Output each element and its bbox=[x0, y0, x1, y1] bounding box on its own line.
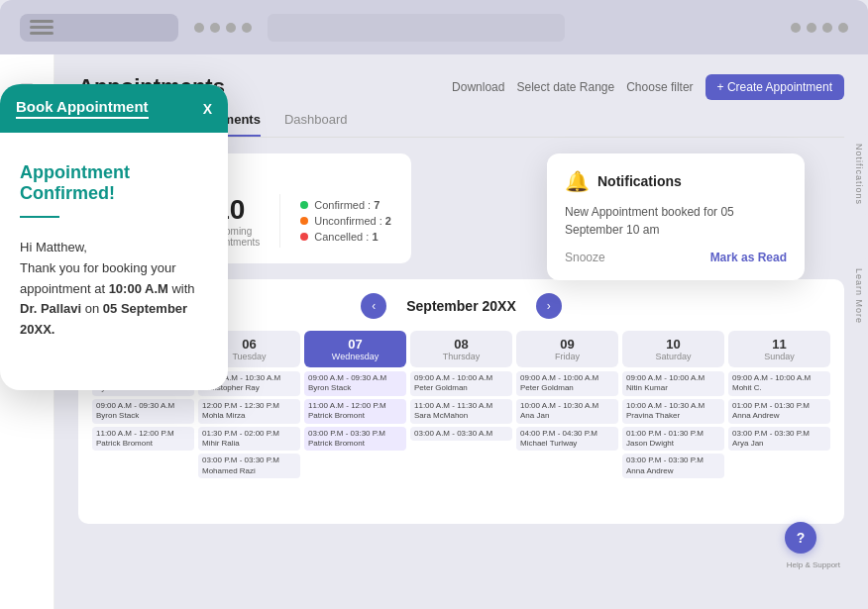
bell-icon: 🔔 bbox=[565, 169, 590, 193]
notification-footer: Snooze Mark as Read bbox=[565, 251, 787, 264]
cal-day-11: 11 Sunday bbox=[728, 331, 830, 367]
cal-appt[interactable]: 11:00 A.M - 11:30 A.MSara McMahon bbox=[410, 399, 512, 424]
cal-appt[interactable]: 09:00 A.M - 10:00 A.MMohit C. bbox=[728, 371, 830, 396]
mark-read-button[interactable]: Mark as Read bbox=[710, 251, 787, 264]
phone-message: Hi Matthew, Thank you for booking your a… bbox=[20, 238, 208, 341]
unconfirmed-item: Unconfirmed : 2 bbox=[300, 215, 391, 227]
confirmed-dot bbox=[300, 201, 308, 209]
cancelled-item: Cancelled : 1 bbox=[300, 231, 391, 243]
cal-appt[interactable]: 03:00 P.M - 03:30 P.MArya Jan bbox=[728, 427, 830, 452]
download-link[interactable]: Download bbox=[452, 80, 504, 94]
unconfirmed-label: Unconfirmed : 2 bbox=[314, 215, 391, 227]
help-label: Help & Support bbox=[787, 560, 840, 569]
cancelled-dot bbox=[300, 233, 308, 241]
browser-nav bbox=[20, 14, 178, 42]
nav-lines-icon bbox=[30, 20, 54, 35]
browser-chrome bbox=[0, 0, 868, 54]
cal-appt[interactable]: 10:00 A.M - 10:30 A.MAna Jan bbox=[516, 399, 618, 424]
header-actions: Download Select date Range Choose filter… bbox=[452, 74, 844, 100]
snooze-button[interactable]: Snooze bbox=[565, 251, 605, 264]
help-button[interactable]: ? bbox=[785, 522, 816, 554]
confirmed-list: Confirmed : 7 Unconfirmed : 2 Cancelled … bbox=[300, 194, 391, 248]
calendar-next-button[interactable]: › bbox=[536, 293, 562, 319]
calendar-month-title: September 20XX bbox=[406, 298, 516, 314]
cal-appt[interactable]: 01:00 P.M - 01:30 P.MJason Dwight bbox=[622, 427, 724, 452]
cal-appt[interactable]: 03:00 A.M - 03:30 A.M bbox=[410, 427, 512, 441]
notification-message: New Appointment booked for 05 September … bbox=[565, 203, 787, 239]
cal-appt[interactable]: 04:00 P.M - 04:30 P.MMichael Turlway bbox=[516, 427, 618, 452]
cal-day-07: 07 Wednesday bbox=[304, 331, 406, 367]
cal-appt[interactable]: 09:00 A.M - 10:00 A.MPeter Goldman bbox=[516, 371, 618, 396]
cal-column-fri: 09:00 A.M - 10:00 A.MPeter Goldman 10:00… bbox=[516, 371, 618, 510]
cal-appt[interactable]: 01:00 P.M - 01:30 P.MAnna Andrew bbox=[728, 399, 830, 424]
phone-header-title: Book Appointment bbox=[16, 98, 149, 119]
cal-appt[interactable]: 10:00 A.M - 10:30 A.MPravina Thaker bbox=[622, 399, 724, 424]
confirmed-title: Appointment Confirmed! bbox=[20, 162, 208, 204]
unconfirmed-dot bbox=[300, 217, 308, 225]
body-text1: Thank you for booking your appointment a… bbox=[20, 260, 195, 337]
confirmed-item: Confirmed : 7 bbox=[300, 199, 391, 211]
cal-appt[interactable]: 01:30 P.M - 02:00 P.MMihir Ralia bbox=[198, 427, 300, 452]
tab-dashboard[interactable]: Dashboard bbox=[284, 112, 348, 137]
phone-divider bbox=[20, 216, 59, 218]
cal-column-mon: 09:00 A.M - 09:30 A.MByron Stack 09:00 A… bbox=[92, 371, 194, 510]
cal-day-10: 10 Saturday bbox=[622, 331, 724, 367]
select-date-link[interactable]: Select date Range bbox=[516, 80, 614, 94]
cancelled-label: Cancelled : 1 bbox=[314, 231, 378, 243]
calendar-prev-button[interactable]: ‹ bbox=[361, 293, 386, 319]
stat-divider2 bbox=[279, 194, 280, 248]
phone-close-button[interactable]: X bbox=[203, 101, 212, 117]
browser-right-dots bbox=[791, 23, 848, 33]
url-bar[interactable] bbox=[268, 14, 565, 42]
phone-body: Appointment Confirmed! Hi Matthew, Thank… bbox=[0, 133, 228, 360]
cal-appt[interactable]: 09:00 A.M - 09:30 A.MByron Stack bbox=[92, 399, 194, 424]
cal-column-thu: 09:00 A.M - 10:00 A.MPeter Goldman 11:00… bbox=[410, 371, 512, 510]
choose-filter-link[interactable]: Choose filter bbox=[626, 80, 693, 94]
cal-appt[interactable]: 03:00 P.M - 03:30 P.MPatrick Bromont bbox=[304, 427, 406, 452]
help-section: ? Help & Support bbox=[787, 558, 840, 569]
browser-dots bbox=[194, 23, 252, 33]
notification-header: 🔔 Notifications bbox=[565, 169, 787, 193]
cal-column-tue: 10:00 A.M - 10:30 A.MChristopher Ray 12:… bbox=[198, 371, 300, 510]
right-tabs: Notifications Learn More bbox=[850, 134, 868, 334]
cal-appt[interactable]: 09:00 A.M - 10:00 A.MNitin Kumar bbox=[622, 371, 724, 396]
main-wrapper: Book Appointment X Appointment Confirmed… bbox=[0, 54, 868, 609]
cal-appt[interactable]: 11:00 A.M - 12:00 P.MPatrick Bromont bbox=[92, 427, 194, 452]
cal-appt[interactable]: 03:00 P.M - 03:30 P.MAnna Andrew bbox=[622, 454, 724, 478]
notifications-tab[interactable]: Notifications bbox=[850, 134, 868, 215]
phone-header: Book Appointment X bbox=[0, 84, 228, 133]
cal-appt[interactable]: 11:00 A.M - 12:00 P.MPatrick Bromont bbox=[304, 399, 406, 424]
notification-popup: 🔔 Notifications New Appointment booked f… bbox=[547, 153, 805, 280]
confirmed-label: Confirmed : 7 bbox=[314, 199, 380, 211]
cal-appt[interactable]: 12:00 P.M - 12:30 P.MMohla Mirza bbox=[198, 399, 300, 424]
cal-appt[interactable]: 09:00 A.M - 09:30 A.MByron Stack bbox=[304, 371, 406, 396]
cal-column-wed: 09:00 A.M - 09:30 A.MByron Stack 11:00 A… bbox=[304, 371, 406, 510]
notification-title: Notifications bbox=[597, 173, 682, 189]
phone-overlay: Book Appointment X Appointment Confirmed… bbox=[0, 84, 228, 390]
cal-column-sun: 09:00 A.M - 10:00 A.MMohit C. 01:00 P.M … bbox=[728, 371, 830, 510]
learn-more-tab[interactable]: Learn More bbox=[850, 258, 868, 334]
cal-day-09: 09 Friday bbox=[516, 331, 618, 367]
cal-appt[interactable]: 09:00 A.M - 10:00 A.MPeter Goldman bbox=[410, 371, 512, 396]
greeting: Hi Matthew, bbox=[20, 240, 87, 254]
cal-day-08: 08 Thursday bbox=[410, 331, 512, 367]
create-appointment-button[interactable]: + Create Appointment bbox=[705, 74, 844, 100]
cal-column-sat: 09:00 A.M - 10:00 A.MNitin Kumar 10:00 A… bbox=[622, 371, 724, 510]
cal-appt[interactable]: 03:00 P.M - 03:30 P.MMohamed Razi bbox=[198, 454, 300, 478]
